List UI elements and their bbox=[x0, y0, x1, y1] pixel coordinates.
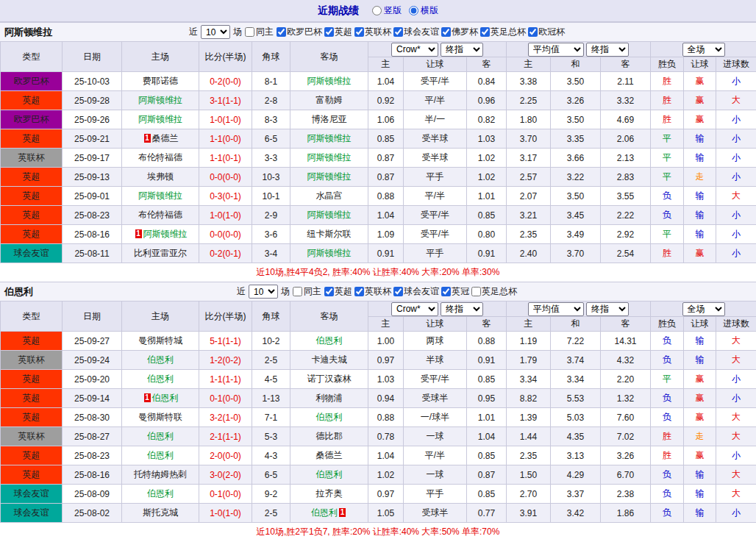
match-count-select[interactable]: 10 bbox=[201, 25, 230, 39]
league-filter-checkbox[interactable] bbox=[393, 27, 403, 37]
home-team-cell: 1阿斯顿维拉 bbox=[122, 225, 199, 244]
league-filter-checkbox[interactable] bbox=[393, 287, 403, 296]
euro-index-select[interactable]: 终指 bbox=[586, 43, 629, 57]
handicap-line-cell: 平/半 bbox=[404, 91, 467, 110]
col-header-date: 日期 bbox=[63, 301, 122, 332]
league-filter-checkbox[interactable] bbox=[480, 27, 490, 37]
handicap-result-cell: 输 bbox=[684, 351, 716, 370]
col-header-goals: 进球数 bbox=[716, 57, 756, 72]
handicap-away-odds-cell: 1.02 bbox=[467, 168, 507, 187]
league-filter[interactable]: 佛罗杯 bbox=[441, 26, 478, 38]
league-type-cell: 英超 bbox=[1, 168, 63, 187]
league-filter-label: 英超 bbox=[335, 285, 352, 298]
date-cell: 25-08-09 bbox=[63, 485, 122, 504]
date-cell: 25-08-30 bbox=[63, 408, 122, 427]
scope-select[interactable]: 全场 bbox=[682, 302, 725, 316]
league-filter-checkbox[interactable] bbox=[441, 287, 451, 296]
team-link: 伯恩利 bbox=[147, 374, 174, 384]
same-home-checkbox[interactable] bbox=[293, 287, 302, 296]
league-filter[interactable]: 英超 bbox=[324, 285, 352, 298]
team-link: 伯恩利 bbox=[316, 469, 343, 479]
handicap-index-select[interactable]: 终指 bbox=[441, 302, 483, 316]
score-cell: 5-1(1-1) bbox=[199, 332, 252, 351]
league-filter[interactable]: 英冠 bbox=[441, 285, 469, 298]
result-cell: 平 bbox=[651, 149, 684, 168]
team-link: 伯恩利 bbox=[152, 393, 179, 403]
league-filter[interactable]: 欧罗巴杯 bbox=[277, 26, 322, 38]
date-cell: 25-08-16 bbox=[63, 465, 122, 485]
away-team-cell: 伯恩利 bbox=[290, 332, 368, 351]
vertical-layout-radio[interactable] bbox=[372, 6, 382, 15]
match-count-select[interactable]: 10 bbox=[249, 285, 278, 299]
euro-average-select[interactable]: 平均值 bbox=[528, 302, 584, 316]
league-filter[interactable]: 欧冠杯 bbox=[528, 26, 565, 38]
same-home-checkbox[interactable] bbox=[245, 27, 254, 37]
team-link: 富勒姆 bbox=[316, 95, 343, 105]
handicap-result-cell: 赢 bbox=[684, 446, 716, 465]
vertical-layout-option[interactable]: 竖版 bbox=[372, 4, 402, 17]
handicap-index-select[interactable]: 终指 bbox=[441, 43, 483, 57]
league-filter[interactable]: 英足总杯 bbox=[480, 26, 526, 38]
home-team-cell: 阿斯顿维拉 bbox=[122, 91, 199, 110]
home-team-cell: 托特纳姆热刺 bbox=[122, 465, 199, 485]
euro-draw-odds-cell: 5.53 bbox=[551, 389, 601, 408]
corner-cell: 6-5 bbox=[252, 465, 290, 485]
corner-cell: 1-13 bbox=[252, 389, 290, 408]
away-team-cell: 卡迪夫城 bbox=[290, 351, 368, 370]
league-filter-label: 球会友谊 bbox=[404, 285, 439, 298]
handicap-group-header: Crow*终指 bbox=[368, 301, 507, 317]
league-type-cell: 英超 bbox=[1, 446, 63, 465]
bookmaker-select[interactable]: Crow* bbox=[391, 43, 438, 57]
league-filter[interactable]: 球会友谊 bbox=[393, 26, 439, 38]
team-link: 伯恩利 bbox=[316, 412, 343, 422]
league-filter-checkbox[interactable] bbox=[528, 27, 538, 37]
league-filter-checkbox[interactable] bbox=[471, 287, 481, 296]
league-filter-checkbox[interactable] bbox=[354, 27, 364, 37]
date-cell: 25-09-21 bbox=[63, 129, 122, 149]
same-home-filter[interactable]: 同主 bbox=[245, 26, 274, 38]
handicap-line-cell: 一球 bbox=[404, 465, 467, 485]
bookmaker-select[interactable]: Crow* bbox=[391, 302, 438, 316]
handicap-result-cell: 输 bbox=[684, 187, 716, 206]
league-filter-checkbox[interactable] bbox=[324, 27, 334, 37]
euro-index-select[interactable]: 终指 bbox=[586, 302, 629, 316]
euro-away-odds-cell: 2.83 bbox=[601, 168, 651, 187]
league-type-cell: 英超 bbox=[1, 408, 63, 427]
league-filter[interactable]: 英联杯 bbox=[354, 285, 391, 298]
league-filter[interactable]: 英足总杯 bbox=[471, 285, 517, 298]
col-header-type: 类型 bbox=[1, 42, 63, 72]
handicap-result-cell: 赢 bbox=[684, 110, 716, 129]
score-cell: 1-2(0-2) bbox=[199, 351, 252, 370]
date-cell: 25-08-23 bbox=[63, 206, 122, 225]
scope-select[interactable]: 全场 bbox=[682, 43, 725, 57]
same-home-filter[interactable]: 同主 bbox=[293, 285, 321, 298]
league-filter-checkbox[interactable] bbox=[324, 287, 334, 296]
euro-draw-odds-cell: 3.42 bbox=[551, 504, 601, 523]
league-filter-checkbox[interactable] bbox=[277, 27, 286, 37]
team-link: 阿斯顿维拉 bbox=[307, 171, 352, 182]
horizontal-layout-radio[interactable] bbox=[409, 6, 418, 15]
score-cell: 0-2(0-0) bbox=[199, 72, 252, 91]
corner-cell: 3-3 bbox=[252, 149, 290, 168]
league-filter[interactable]: 球会友谊 bbox=[393, 285, 439, 298]
corner-cell: 9-2 bbox=[252, 485, 290, 504]
euro-draw-odds-cell: 3.50 bbox=[551, 72, 601, 91]
handicap-line-cell: 受平/半 bbox=[404, 225, 467, 244]
league-filter[interactable]: 英联杯 bbox=[354, 26, 391, 38]
team-link: 诺丁汉森林 bbox=[307, 374, 352, 384]
league-filter-checkbox[interactable] bbox=[354, 287, 364, 296]
league-filter-checkbox[interactable] bbox=[441, 27, 451, 37]
handicap-home-odds-cell: 0.94 bbox=[368, 389, 404, 408]
match-row: 英超25-08-161阿斯顿维拉0-0(0-0)3-6纽卡斯尔联1.09受平/半… bbox=[1, 225, 756, 244]
league-filter[interactable]: 英超 bbox=[324, 26, 352, 38]
team-link: 阿斯顿维拉 bbox=[307, 133, 352, 143]
red-card-badge: 1 bbox=[135, 229, 142, 238]
score-cell: 2-0(0-0) bbox=[199, 446, 252, 465]
euro-odds-group-header: 平均值终指 bbox=[507, 301, 651, 317]
horizontal-layout-option[interactable]: 横版 bbox=[409, 4, 438, 17]
handicap-away-odds-cell: 0.88 bbox=[467, 332, 507, 351]
handicap-away-odds-cell: 0.82 bbox=[467, 110, 507, 129]
euro-average-select[interactable]: 平均值 bbox=[528, 43, 584, 57]
goals-result-cell: 小 bbox=[716, 225, 756, 244]
team-link: 阿斯顿维拉 bbox=[307, 210, 352, 220]
